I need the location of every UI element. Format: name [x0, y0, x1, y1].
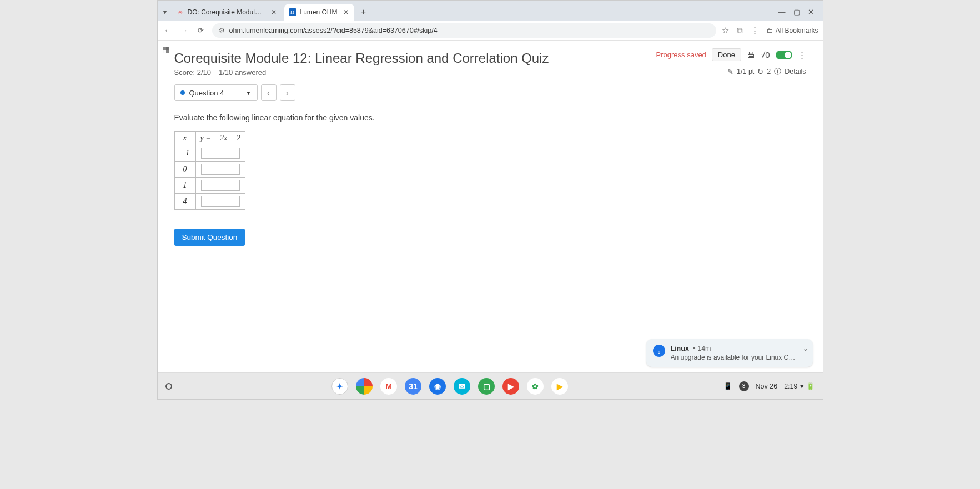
- answered-label: 1/10 answered: [219, 68, 266, 77]
- favicon-canvas: ✳: [177, 8, 184, 16]
- apps-grid-icon[interactable]: ▦: [162, 45, 168, 54]
- table-row: 0: [174, 162, 245, 178]
- meet-app-icon[interactable]: ▢: [478, 378, 495, 395]
- photos-app-icon[interactable]: ✿: [527, 378, 544, 395]
- browser-menu-icon[interactable]: ⋮: [751, 26, 759, 36]
- math-sqrt-icon[interactable]: √0: [761, 50, 770, 59]
- calendar-app-icon[interactable]: 31: [405, 378, 421, 395]
- phone-hub-icon[interactable]: 📱: [723, 382, 732, 390]
- question-selector-row: Question 4 ▼ ‹ ›: [174, 84, 806, 101]
- messages-app-icon[interactable]: ✉: [454, 378, 470, 395]
- addr-right: ☆ ⧉ ⋮ 🗀 All Bookmarks: [722, 26, 818, 36]
- question-dropdown-label: Question 4: [189, 89, 224, 97]
- question-prompt: Evaluate the following linear equation f…: [174, 113, 806, 122]
- tab-title: DO: Corequisite Module 12: Q.: [188, 8, 265, 16]
- notification-count[interactable]: 3: [739, 381, 749, 391]
- retry-icon[interactable]: ↻: [757, 68, 763, 76]
- chromeos-shelf: ✦ M 31 ◉ ✉ ▢ ▶ ✿ ▶ 📱 3 Nov 26 2:19 ▾ 🔋: [158, 372, 823, 399]
- folder-icon: 🗀: [767, 27, 773, 34]
- toast-body: An upgrade is available for your Linux C…: [671, 354, 798, 361]
- back-button[interactable]: ←: [162, 26, 173, 34]
- new-tab-button[interactable]: +: [356, 5, 371, 19]
- youtube-app-icon[interactable]: ▶: [502, 378, 519, 395]
- gmail-app-icon[interactable]: M: [380, 378, 397, 395]
- system-tray[interactable]: 📱 3 Nov 26 2:19 ▾ 🔋: [723, 381, 815, 391]
- attempts-label: 2: [767, 68, 771, 75]
- url-text: ohm.lumenlearning.com/assess2/?cid=85879…: [229, 27, 438, 34]
- x-value: −1: [174, 145, 195, 162]
- toast-text: Linux • 14m An upgrade is available for …: [671, 345, 798, 361]
- edit-icon[interactable]: ✎: [727, 68, 733, 76]
- y-input-row-1[interactable]: [201, 148, 240, 159]
- url-field[interactable]: ⚙ ohm.lumenlearning.com/assess2/?cid=858…: [212, 23, 716, 38]
- minimize-icon[interactable]: —: [778, 8, 786, 16]
- shelf-time: 2:19: [784, 382, 797, 390]
- done-button[interactable]: Done: [712, 48, 741, 61]
- all-bookmarks-button[interactable]: 🗀 All Bookmarks: [767, 27, 818, 34]
- toggle-switch[interactable]: [776, 51, 792, 59]
- y-input-row-4[interactable]: [201, 196, 240, 207]
- close-tab-icon[interactable]: ✕: [271, 8, 277, 16]
- all-bookmarks-label: All Bookmarks: [776, 27, 818, 34]
- y-input-row-3[interactable]: [201, 180, 240, 191]
- site-settings-icon[interactable]: ⚙: [219, 27, 225, 34]
- next-question-button[interactable]: ›: [280, 84, 295, 101]
- close-window-icon[interactable]: ✕: [808, 8, 814, 16]
- address-bar: ← → ⟳ ⚙ ohm.lumenlearning.com/assess2/?c…: [158, 21, 823, 41]
- caret-down-icon: ▼: [246, 90, 252, 96]
- files-app-icon[interactable]: ◉: [429, 378, 446, 395]
- play-store-app-icon[interactable]: ▶: [551, 378, 568, 395]
- battery-icon: 🔋: [806, 382, 815, 390]
- wifi-icon: ▾: [800, 382, 804, 390]
- forward-button[interactable]: →: [179, 26, 190, 34]
- extensions-icon[interactable]: ⧉: [737, 26, 743, 36]
- maximize-icon[interactable]: ▢: [793, 8, 800, 16]
- linux-upgrade-toast[interactable]: ⭳ Linux • 14m An upgrade is available fo…: [646, 339, 813, 367]
- reload-button[interactable]: ⟳: [195, 26, 207, 34]
- x-value: 0: [174, 162, 195, 178]
- toast-title: Linux: [671, 345, 689, 352]
- progress-saved-label: Progress saved: [656, 51, 706, 59]
- toast-age: 14m: [697, 345, 711, 352]
- gemini-app-icon[interactable]: ✦: [331, 378, 348, 395]
- browser-window: ▾ ✳ DO: Corequisite Module 12: Q. ✕ Ω Lu…: [157, 0, 823, 400]
- download-badge-icon: ⭳: [653, 345, 665, 357]
- shelf-apps: ✦ M 31 ◉ ✉ ▢ ▶ ✿ ▶: [182, 378, 718, 395]
- points-row: ✎ 1/1 pt ↻ 2 ⓘ Details: [174, 67, 806, 77]
- tab-lumen-ohm[interactable]: Ω Lumen OHM ✕: [284, 4, 354, 21]
- equation-table: x y = − 2x − 2 −1 0 1 4: [174, 131, 245, 210]
- x-value: 1: [174, 178, 195, 194]
- submit-question-button[interactable]: Submit Question: [174, 229, 245, 246]
- window-controls: — ▢ ✕: [778, 8, 820, 21]
- prev-question-button[interactable]: ‹: [261, 84, 277, 101]
- tab-strip: ▾ ✳ DO: Corequisite Module 12: Q. ✕ Ω Lu…: [158, 1, 823, 21]
- x-value: 4: [174, 194, 195, 210]
- close-tab-icon[interactable]: ✕: [343, 8, 349, 16]
- favicon-lumen: Ω: [289, 8, 296, 16]
- tab-corequisite-module[interactable]: ✳ DO: Corequisite Module 12: Q. ✕: [172, 4, 282, 21]
- status-dot-icon: [180, 90, 185, 95]
- bookmark-star-icon[interactable]: ☆: [722, 26, 729, 36]
- details-link[interactable]: Details: [785, 68, 806, 75]
- y-header: y = − 2x − 2: [195, 132, 245, 145]
- header-right: Progress saved Done 🖶 √0 ⋮: [656, 48, 806, 61]
- score-label: Score: 2/10: [174, 68, 212, 77]
- page-header: Corequisite Module 12: Linear Regression…: [174, 48, 806, 66]
- table-row: 4: [174, 194, 245, 210]
- x-header: x: [174, 132, 195, 145]
- print-icon[interactable]: 🖶: [747, 50, 755, 59]
- page-title: Corequisite Module 12: Linear Regression…: [174, 51, 549, 66]
- tab-title: Lumen OHM: [300, 8, 338, 16]
- page-content: ▦ Corequisite Module 12: Linear Regressi…: [158, 41, 823, 372]
- shelf-date: Nov 26: [756, 382, 778, 390]
- chrome-app-icon[interactable]: [356, 378, 373, 395]
- launcher-button[interactable]: [165, 383, 172, 390]
- tabs-menu-icon[interactable]: ▾: [163, 8, 167, 16]
- question-dropdown[interactable]: Question 4 ▼: [174, 84, 258, 101]
- table-row: 1: [174, 178, 245, 194]
- info-icon[interactable]: ⓘ: [774, 67, 781, 77]
- kebab-menu-icon[interactable]: ⋮: [798, 50, 806, 60]
- toast-expand-icon[interactable]: ⌄: [803, 345, 808, 352]
- y-input-row-2[interactable]: [201, 164, 240, 175]
- table-header-row: x y = − 2x − 2: [174, 132, 245, 145]
